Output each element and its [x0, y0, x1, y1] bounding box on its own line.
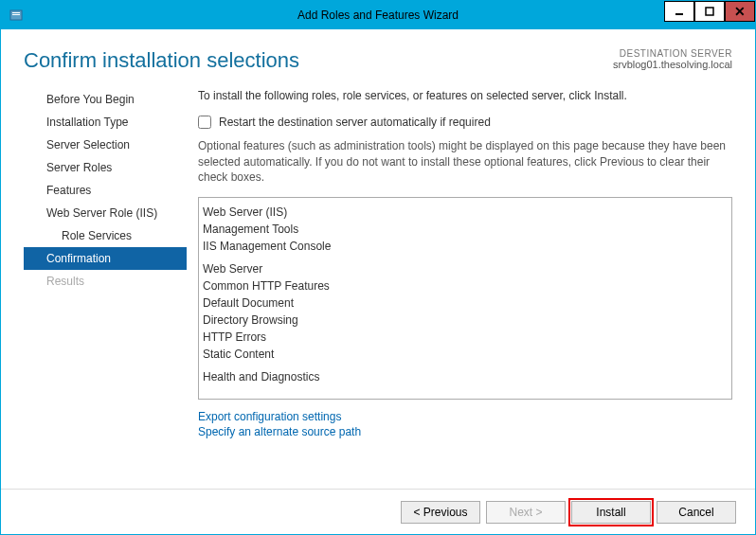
maximize-button[interactable] [694, 1, 725, 22]
tree-more: x [203, 385, 728, 400]
instruction-text: To install the following roles, role ser… [198, 88, 732, 104]
wizard-footer: < Previous Next > Install Cancel [1, 489, 755, 534]
window-controls: ✕ [664, 1, 755, 22]
wizard-nav: Before You Begin Installation Type Serve… [24, 88, 187, 461]
restart-label: Restart the destination server automatic… [219, 116, 491, 129]
destination-label: DESTINATION SERVER [613, 48, 732, 59]
nav-server-selection[interactable]: Server Selection [24, 134, 187, 156]
restart-checkbox[interactable] [198, 116, 211, 129]
svg-rect-2 [12, 14, 20, 15]
tree-default-doc: Default Document [203, 294, 728, 312]
config-links: Export configuration settings Specify an… [198, 409, 732, 439]
alternate-source-link[interactable]: Specify an alternate source path [198, 424, 732, 439]
window-title: Add Roles and Features Wizard [297, 9, 459, 22]
tree-mgmt-tools: Management Tools [203, 221, 728, 238]
window-chrome: Add Roles and Features Wizard ✕ Confirm … [0, 0, 756, 535]
svg-rect-4 [706, 8, 713, 15]
previous-button[interactable]: < Previous [401, 501, 480, 524]
next-button: Next > [486, 501, 566, 524]
tree-common-http: Common HTTP Features [203, 277, 728, 294]
tree-web-iis: Web Server (IIS) [203, 204, 728, 221]
minimize-button[interactable] [664, 1, 694, 22]
tree-health-diag: Health and Diagnostics [203, 368, 728, 385]
nav-web-server-role[interactable]: Web Server Role (IIS) [24, 202, 187, 224]
cancel-button[interactable]: Cancel [657, 501, 736, 524]
titlebar[interactable]: Add Roles and Features Wizard ✕ [1, 1, 755, 29]
nav-role-services[interactable]: Role Services [24, 224, 187, 247]
selection-tree[interactable]: Web Server (IIS) Management Tools IIS Ma… [198, 197, 732, 400]
main-panel: To install the following roles, role ser… [187, 88, 732, 461]
header-area: Confirm installation selections DESTINAT… [1, 29, 755, 73]
tree-iis-console: IIS Management Console [203, 238, 728, 255]
optional-note: Optional features (such as administratio… [198, 138, 732, 186]
tree-static-content: Static Content [203, 346, 728, 363]
nav-confirmation[interactable]: Confirmation [24, 247, 187, 270]
nav-features[interactable]: Features [24, 179, 187, 202]
restart-option[interactable]: Restart the destination server automatic… [198, 116, 732, 129]
destination-info: DESTINATION SERVER srvblog01.thesolving.… [613, 48, 732, 70]
install-button[interactable]: Install [571, 501, 651, 524]
nav-server-roles[interactable]: Server Roles [24, 156, 187, 179]
app-icon [9, 8, 24, 23]
close-button[interactable]: ✕ [725, 1, 755, 22]
tree-http-errors: HTTP Errors [203, 329, 728, 346]
window-body: Confirm installation selections DESTINAT… [1, 29, 755, 534]
destination-server: srvblog01.thesolving.local [613, 59, 732, 70]
content-area: Before You Begin Installation Type Serve… [1, 73, 755, 461]
tree-web-server: Web Server [203, 260, 728, 277]
page-title: Confirm installation selections [24, 48, 299, 73]
nav-before-you-begin[interactable]: Before You Begin [24, 88, 187, 111]
export-config-link[interactable]: Export configuration settings [198, 409, 732, 424]
tree-dir-browsing: Directory Browsing [203, 312, 728, 329]
nav-results: Results [24, 270, 187, 293]
nav-installation-type[interactable]: Installation Type [24, 111, 187, 134]
svg-rect-1 [12, 12, 20, 13]
